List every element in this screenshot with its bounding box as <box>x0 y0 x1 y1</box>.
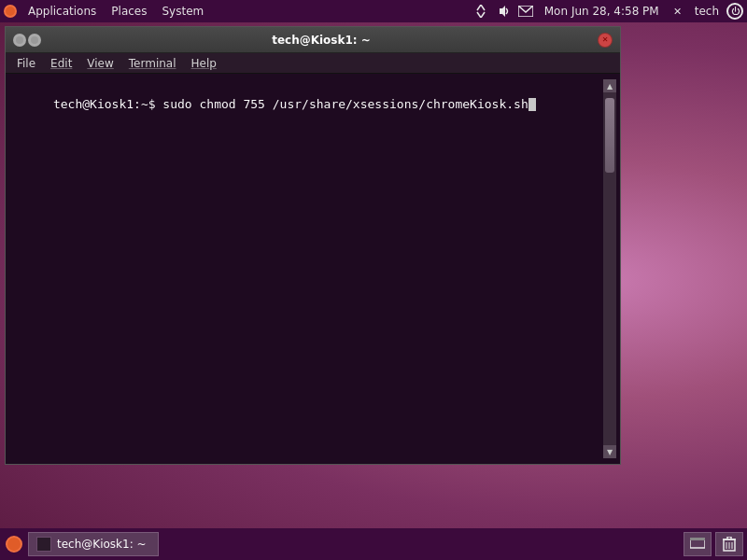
mail-icon <box>516 0 535 22</box>
terminal-menu-view[interactable]: View <box>79 53 120 74</box>
volume-icon <box>494 0 513 22</box>
power-button[interactable]: ⏻ <box>726 3 743 20</box>
svg-line-0 <box>477 5 481 10</box>
taskbar-terminal-label: tech@Kiosk1: ~ <box>57 538 147 551</box>
svg-rect-9 <box>690 538 705 540</box>
terminal-output: tech@Kiosk1:~$ sudo chmod 755 /usr/share… <box>9 79 603 458</box>
panel-username: tech <box>691 5 723 18</box>
terminal-menu-terminal[interactable]: Terminal <box>121 53 184 74</box>
terminal-scrollbar[interactable]: ▲ ▼ <box>603 79 616 458</box>
taskbar-ubuntu-logo <box>4 534 24 554</box>
terminal-menu-edit[interactable]: Edit <box>43 53 79 74</box>
terminal-title: tech@Kiosk1: ~ <box>49 34 594 47</box>
panel-menu-applications[interactable]: Applications <box>21 0 104 22</box>
user-icon: ✕ <box>669 0 687 22</box>
scrollbar-up-arrow[interactable]: ▲ <box>603 79 616 92</box>
scrollbar-thumb[interactable] <box>605 98 614 173</box>
svg-marker-4 <box>500 6 505 17</box>
taskbar-show-desktop[interactable] <box>684 532 712 556</box>
window-controls <box>13 34 41 47</box>
panel-left: Applications Places System <box>0 0 211 22</box>
panel-clock: Mon Jun 28, 4:58 PM <box>539 5 665 18</box>
taskbar-trash-button[interactable] <box>715 532 743 556</box>
terminal-menu-file[interactable]: File <box>9 53 43 74</box>
terminal-window: tech@Kiosk1: ~ ✕ File Edit View Terminal… <box>5 26 621 465</box>
panel-menu-places[interactable]: Places <box>104 0 154 22</box>
terminal-menu-help[interactable]: Help <box>184 53 224 74</box>
svg-point-6 <box>16 36 23 44</box>
svg-line-3 <box>481 12 485 18</box>
taskbar-right <box>684 532 743 556</box>
top-panel: Applications Places System <box>0 0 747 22</box>
panel-menu-system[interactable]: System <box>154 0 211 22</box>
panel-right: Mon Jun 28, 4:58 PM ✕ tech ⏻ <box>472 0 747 22</box>
minimize-button[interactable] <box>13 34 26 47</box>
svg-line-2 <box>477 12 481 18</box>
maximize-button[interactable] <box>28 34 41 47</box>
close-button[interactable]: ✕ <box>598 33 613 48</box>
svg-line-1 <box>481 5 485 10</box>
taskbar-terminal-button[interactable]: tech@Kiosk1: ~ <box>28 532 159 556</box>
taskbar-terminal-icon <box>36 537 51 552</box>
terminal-cursor <box>529 98 536 111</box>
svg-point-7 <box>31 36 38 44</box>
ubuntu-logo-icon <box>0 0 21 22</box>
terminal-content-area[interactable]: tech@Kiosk1:~$ sudo chmod 755 /usr/share… <box>6 74 620 464</box>
network-icon <box>472 0 490 22</box>
bottom-taskbar: tech@Kiosk1: ~ <box>0 528 747 560</box>
terminal-titlebar: tech@Kiosk1: ~ ✕ <box>6 27 620 53</box>
scrollbar-track[interactable] <box>603 92 616 445</box>
scrollbar-down-arrow[interactable]: ▼ <box>603 445 616 458</box>
terminal-menubar: File Edit View Terminal Help <box>6 53 620 74</box>
